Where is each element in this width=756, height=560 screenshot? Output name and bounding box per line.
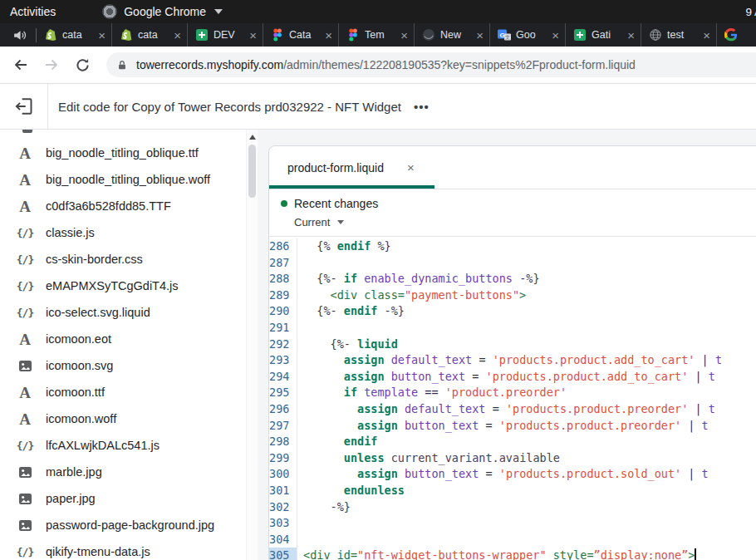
version-label: Current — [294, 216, 330, 228]
file-list-item[interactable]: Abig_noodle_titling_oblique.woff — [0, 166, 258, 193]
chevron-down-icon — [337, 220, 344, 224]
line-text: assign default_text = 'products.product.… — [297, 401, 756, 418]
browser-tab[interactable]: Tem× — [339, 23, 415, 47]
file-list-item[interactable]: icomoon.svg — [0, 352, 258, 379]
file-name: icomoon.ttf — [46, 386, 105, 399]
close-tab-icon[interactable]: × — [98, 29, 106, 42]
forward-button[interactable] — [42, 55, 61, 75]
dark-circle-icon — [422, 28, 435, 42]
code-line: 304 — [269, 532, 756, 548]
file-list-item[interactable]: Aicomoon.eot — [0, 326, 258, 352]
code-line: 302 -%} — [269, 499, 756, 516]
line-number: 295 — [269, 385, 297, 401]
app-menu-button[interactable]: Google Chrome — [102, 4, 223, 19]
line-text: assign default_text = 'products.product.… — [297, 352, 756, 369]
browser-tab[interactable]: New× — [415, 23, 490, 47]
file-name: lfcAXLwjkDALc541.js — [46, 439, 160, 452]
file-list-item[interactable]: {/}qikify-tmenu-data.js — [0, 538, 258, 560]
close-tab-icon[interactable]: × — [174, 29, 181, 42]
lock-icon[interactable] — [116, 59, 128, 71]
browser-tab[interactable]: Gati× — [566, 23, 641, 47]
file-list-item[interactable]: paper.jpg — [0, 485, 258, 512]
line-text: assign button_text = 'products.product.p… — [297, 418, 756, 435]
shopify-page-header: Edit code for Copy of Tower Records prd0… — [0, 84, 756, 130]
close-tab-icon[interactable]: × — [400, 29, 408, 42]
code-line: 288 {%- if enable_dynamic_buttons -%} — [269, 271, 756, 287]
browser-tab[interactable]: cata× — [37, 23, 112, 47]
font-file-icon: A — [15, 199, 35, 214]
close-tab-icon[interactable]: × — [249, 29, 257, 42]
scrollbar-thumb[interactable] — [248, 145, 256, 198]
image-file-icon — [15, 492, 35, 506]
exit-code-editor-button[interactable] — [13, 96, 35, 117]
tab-label: Goo — [516, 29, 547, 41]
shopify-icon — [44, 28, 57, 42]
tab-label: Cata — [289, 29, 320, 41]
browser-tab[interactable]: DEV× — [188, 23, 263, 47]
browser-tab[interactable]: Cata× — [263, 23, 339, 47]
browser-tab[interactable] — [717, 23, 756, 47]
content-area: Abig_noodle_titling_oblique.ttfAbig_nood… — [0, 130, 756, 560]
file-list-item[interactable]: {/}eMAPMXSyTCgGdiT4.js — [0, 273, 258, 299]
line-number: 292 — [269, 336, 297, 353]
code-editor[interactable]: 286 {% endif %}287288 {%- if enable_dyna… — [269, 237, 756, 560]
reload-button[interactable] — [72, 55, 92, 75]
clock-label[interactable]: 9 A — [745, 6, 756, 18]
file-list-item[interactable]: Abig_noodle_titling_oblique.ttf — [0, 140, 258, 166]
font-file-icon: A — [15, 332, 35, 347]
line-text: endif — [297, 434, 756, 450]
code-line: 295 if template == 'product.preorder' — [269, 385, 756, 401]
more-actions-button[interactable]: ••• — [414, 100, 430, 114]
browser-tab[interactable]: G文Goo× — [490, 23, 566, 47]
app-menu-label: Google Chrome — [124, 5, 206, 18]
close-tab-icon[interactable]: × — [703, 29, 710, 42]
image-file-icon — [15, 518, 35, 533]
file-list-item[interactable]: {/}ico-select.svg.liquid — [0, 299, 258, 326]
code-line: 289 <div class="payment-buttons"> — [269, 287, 756, 304]
close-tab-icon[interactable]: × — [552, 29, 559, 42]
activities-button[interactable]: Activities — [10, 5, 56, 18]
editor-card: product-form.liquid × Recent changes Cur… — [268, 145, 756, 560]
browser-tab[interactable]: test× — [641, 23, 717, 47]
tab-label: cata — [62, 29, 93, 41]
sheets-icon — [195, 28, 209, 42]
code-line: 297 assign button_text = 'products.produ… — [269, 418, 756, 435]
browser-tab[interactable]: cata× — [112, 23, 188, 47]
file-list-item[interactable]: Ac0df3a6b528fdd85.TTF — [0, 193, 258, 219]
file-name: password-page-background.jpg — [46, 518, 214, 532]
line-text — [297, 255, 756, 272]
tab-label: Tem — [365, 29, 395, 41]
close-tab-icon[interactable]: × — [476, 29, 484, 42]
line-text: <div class="payment-buttons"> — [297, 287, 756, 304]
file-list-item[interactable]: marble.jpg — [0, 459, 258, 485]
speaker-icon[interactable] — [12, 28, 27, 42]
file-name: big_noodle_titling_oblique.woff — [46, 173, 210, 186]
file-list-item[interactable]: password-page-background.jpg — [0, 512, 258, 538]
sidebar-scrollbar[interactable] — [246, 130, 258, 560]
file-list-item[interactable]: Aicomoon.woff — [0, 405, 258, 432]
code-file-icon: {/} — [15, 440, 35, 452]
close-tab-icon[interactable]: × — [407, 160, 415, 174]
line-number: 291 — [269, 320, 297, 336]
close-tab-icon[interactable]: × — [627, 29, 635, 42]
file-name: ico-select.svg.liquid — [46, 306, 150, 319]
line-text: if template == 'product.preorder' — [297, 385, 756, 401]
close-tab-icon[interactable]: × — [325, 29, 332, 42]
header-divider — [47, 84, 48, 129]
back-button[interactable] — [11, 55, 31, 75]
code-line: 290 {%- endif -%} — [269, 303, 756, 320]
scroll-up-arrow-icon[interactable] — [249, 135, 256, 140]
line-number: 288 — [269, 271, 297, 287]
tab-label: cata — [138, 29, 169, 41]
line-number: 305 — [269, 548, 297, 560]
file-list-item[interactable]: Aicomoon.ttf — [0, 379, 258, 405]
version-dropdown[interactable]: Current — [294, 216, 756, 228]
file-list-item[interactable]: {/}lfcAXLwjkDALc541.js — [0, 432, 258, 459]
line-number: 302 — [269, 499, 297, 516]
file-list-item[interactable]: {/}cs-skin-border.css — [0, 246, 258, 273]
file-name: qikify-tmenu-data.js — [46, 545, 150, 558]
line-text: endunless — [297, 483, 756, 499]
file-list-item[interactable]: {/}classie.js — [0, 219, 258, 246]
editor-file-tab[interactable]: product-form.liquid × — [287, 146, 425, 189]
address-bar[interactable]: towerrecords.myshopify.com/admin/themes/… — [106, 52, 756, 77]
